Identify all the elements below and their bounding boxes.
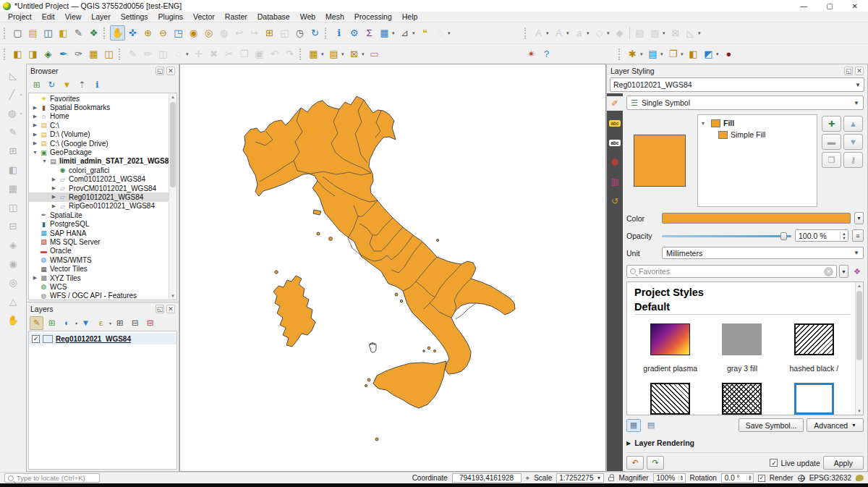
style-swatch-outline-blue[interactable] [794, 383, 834, 415]
crs-globe-icon[interactable] [798, 475, 805, 482]
styles-scrollbar[interactable]: ▲ ▼ [855, 282, 863, 415]
label-pin-unpin-dropdown[interactable]: ▾ [566, 30, 571, 36]
menu-project[interactable]: Project [3, 12, 37, 21]
close-button[interactable]: ✕ [852, 2, 858, 10]
save-as-icon[interactable]: ◧ [56, 25, 71, 41]
symbol-tree-simplefill-row[interactable]: Simple Fill [698, 129, 817, 140]
layout-manager-icon[interactable]: ✎ [71, 25, 86, 41]
browser-item-c[interactable]: ▶▤C:\ [29, 121, 176, 130]
browser-item-wcs[interactable]: ◍WCS [29, 282, 176, 291]
statistical-summary-icon[interactable]: Σ [362, 25, 377, 41]
layer-name[interactable]: Reg01012021_WGS84 [56, 335, 131, 343]
zoom-to-selection-icon[interactable]: ◉ [186, 25, 201, 41]
browser-scrollbar[interactable]: ▲ ▼ [169, 93, 176, 300]
label-move-dropdown[interactable]: ▾ [607, 30, 612, 36]
browser-item-limiti-admin-stat-2021-wgs84-gpkg[interactable]: ▼▤limiti_admin_STAT_2021_WGS84.gpkg [29, 157, 176, 166]
locator-input[interactable]: Type to locate (Ctrl+K) [4, 473, 100, 483]
opacity-spinbox[interactable]: 100.0 % ▲▼ [795, 229, 848, 242]
processing-tool-2-dropdown[interactable]: ▾ [660, 51, 665, 57]
style-swatch-gray-fill[interactable] [722, 323, 762, 355]
select-features-rectangle-icon[interactable]: ▦ [306, 46, 321, 62]
color-dropdown[interactable]: ▼ [854, 212, 864, 224]
style-swatch-hatch-back[interactable] [650, 383, 690, 415]
browser-item-home[interactable]: ▶⌂Home [29, 112, 176, 121]
processing-tool-5-dropdown[interactable]: ▾ [716, 51, 721, 57]
browser-item-xyz-tiles[interactable]: ▶▩XYZ Tiles [29, 274, 176, 282]
browser-item-reg01012021-wgs84[interactable]: ▶▱Reg01012021_WGS84 [29, 192, 176, 201]
expander-icon[interactable]: ▼ [31, 150, 39, 155]
browser-item-vector-tiles[interactable]: ▦Vector Tiles [29, 264, 176, 273]
icon-view-toggle[interactable]: ▦ [626, 419, 641, 432]
deselect-all-icon[interactable]: ⊠ [346, 46, 362, 62]
extent-toggle-icon[interactable]: ⌖ [526, 474, 530, 483]
style-item[interactable]: gradient plasma [634, 323, 706, 373]
pan-to-selection-icon[interactable]: ✜ [125, 25, 140, 41]
browser-item-geopackage[interactable]: ▼▣GeoPackage [29, 148, 176, 156]
color-bar[interactable] [662, 213, 851, 224]
manage-map-themes-dropdown[interactable]: ▾ [75, 321, 77, 326]
expander-icon[interactable]: ▶ [31, 132, 39, 137]
expander-icon[interactable]: ▶ [31, 105, 39, 111]
expander-icon[interactable]: ▶ [50, 194, 58, 200]
processing-tool-1-dropdown[interactable]: ▾ [640, 51, 645, 57]
help-contents-icon[interactable]: ? [539, 46, 554, 62]
expander-icon[interactable]: ▼ [698, 121, 708, 126]
advanced-button[interactable]: Advanced▼ [807, 418, 864, 432]
open-attribute-table-icon[interactable]: ▦ [377, 25, 392, 41]
project-open-icon[interactable]: ▤ [25, 25, 41, 41]
label-show-hide-dropdown[interactable]: ▾ [587, 30, 592, 36]
zoom-to-layer-icon[interactable]: ◎ [201, 25, 216, 41]
browser-undock-icon[interactable]: ◱ [156, 67, 164, 75]
apply-button[interactable]: Apply [823, 456, 864, 470]
menu-mesh[interactable]: Mesh [320, 12, 349, 21]
menu-view[interactable]: View [60, 12, 87, 21]
messages-icon[interactable] [856, 475, 864, 481]
browser-item-c-google-drive[interactable]: ▶▤C:\ (Google Drive) [29, 139, 176, 148]
menu-settings[interactable]: Settings [116, 12, 153, 21]
plugin-tool-icon[interactable]: ✴ [524, 46, 539, 62]
spin-arrows-icon[interactable]: ▲▼ [746, 475, 753, 480]
browser-item-favorites[interactable]: ★Favorites [29, 94, 176, 103]
browser-close-icon[interactable]: ✕ [166, 67, 175, 75]
select-features-rectangle-dropdown[interactable]: ▾ [321, 51, 326, 57]
expander-icon[interactable]: ▶ [31, 275, 39, 281]
map-canvas[interactable] [179, 64, 606, 472]
new-temporary-scratch-layer-icon[interactable]: ▦ [86, 46, 101, 62]
menu-processing[interactable]: Processing [349, 12, 397, 21]
expand-all-icon[interactable]: ⊞ [113, 316, 127, 330]
scale-combo[interactable]: 1:7252275 ▼ [556, 473, 604, 483]
expander-icon[interactable]: ▶ [50, 177, 58, 182]
style-swatch-hatch-fwd[interactable] [794, 323, 834, 355]
style-item[interactable]: hashed black / [778, 323, 850, 373]
style-manager-icon[interactable]: ❖ [851, 265, 864, 278]
tab-history-icon[interactable]: ↺ [607, 194, 623, 208]
expander-icon[interactable]: ▶ [31, 122, 39, 128]
browser-item-postgresql[interactable]: ▮PostgreSQL [29, 219, 176, 228]
processing-tool-2-icon[interactable]: ▤ [645, 46, 660, 62]
select-by-expression-icon[interactable]: ▤ [326, 46, 341, 62]
add-group-icon[interactable]: ⊞ [45, 316, 59, 330]
opacity-slider[interactable] [662, 231, 791, 241]
processing-tool-5-icon[interactable]: ◩ [701, 46, 716, 62]
remove-layer-icon[interactable]: ⊟ [143, 316, 157, 330]
crs-value[interactable]: EPSG:32632 [809, 474, 851, 482]
measure-dropdown[interactable]: ▾ [412, 30, 417, 36]
expander-icon[interactable]: ▶ [31, 140, 39, 146]
measure-icon[interactable]: ⊿ [397, 25, 412, 41]
expander-icon[interactable]: ▶ [50, 185, 58, 191]
expander-icon[interactable]: ▼ [41, 158, 48, 164]
rotation-spinbox[interactable]: 0.0 ° ▲▼ [721, 473, 754, 483]
filter-legend-icon[interactable]: ▼ [79, 316, 93, 330]
processing-tool-1-icon[interactable]: ✱ [625, 46, 640, 62]
new-virtual-layer-icon[interactable]: ◫ [101, 46, 116, 62]
new-map-view-icon[interactable]: ⊞ [262, 25, 277, 41]
styling-layer-combo[interactable]: Reg01012021_WGS84 ▼ [610, 77, 864, 92]
styling-close-icon[interactable]: ✕ [855, 67, 864, 75]
open-attribute-table-dropdown[interactable]: ▾ [392, 30, 397, 36]
style-item[interactable]: gray 3 fill [706, 323, 778, 373]
processing-tool-3-dropdown[interactable]: ▾ [681, 51, 686, 57]
lock-scale-icon[interactable] [608, 477, 614, 481]
browser-item-oracle[interactable]: ▬Oracle [29, 247, 176, 255]
layer-row[interactable]: ✓ Reg01012021_WGS84 [29, 333, 176, 344]
project-new-icon[interactable]: ▢ [10, 25, 25, 41]
